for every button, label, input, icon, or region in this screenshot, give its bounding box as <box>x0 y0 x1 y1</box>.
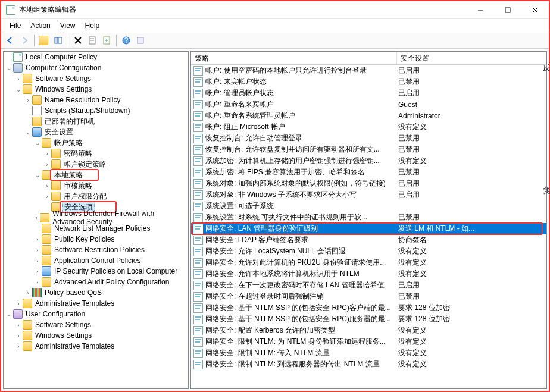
collapse-icon[interactable]: ⌄ <box>24 129 32 136</box>
tree-node[interactable]: ›Windows Settings <box>4 330 188 341</box>
tree-node[interactable]: ›Public Key Policies <box>4 234 188 244</box>
policy-row[interactable]: 网络安全: 允许本地系统将计算机标识用于 NTLM没有定义 <box>191 268 546 280</box>
expand-icon[interactable]: › <box>33 279 42 286</box>
tree-node[interactable]: ›IP Security Policies on Local Computer <box>4 266 188 277</box>
help-button[interactable]: ? <box>120 34 133 47</box>
policy-row[interactable]: 网络安全: LAN 管理器身份验证级别发送 LM 和 NTLM - 如... <box>191 223 546 234</box>
expand-icon[interactable]: › <box>14 343 23 350</box>
tree-node[interactable]: Scripts (Startup/Shutdown) <box>4 105 188 116</box>
tree-node[interactable]: ›审核策略 <box>4 180 188 191</box>
policy-row[interactable]: 系统加密: 为计算机上存储的用户密钥强制进行强密钥...没有定义 <box>191 155 546 167</box>
policy-row[interactable]: 帐户: 来宾帐户状态已禁用 <box>191 76 546 87</box>
expand-icon[interactable]: › <box>33 215 40 221</box>
minimize-button[interactable] <box>467 1 494 18</box>
tree-node[interactable]: ⌄Computer Configuration <box>4 62 188 73</box>
policy-row[interactable]: 帐户: 阻止 Microsoft 帐户没有定义 <box>191 121 546 133</box>
expand-icon[interactable]: › <box>33 236 42 243</box>
policy-row[interactable]: 恢复控制台: 允许自动管理登录已禁用 <box>191 133 546 144</box>
tree-node[interactable]: ⌄本地策略 <box>4 170 188 180</box>
tree-node[interactable]: ›Software Restriction Policies <box>4 244 188 255</box>
expand-icon[interactable]: › <box>14 322 23 328</box>
policy-row[interactable]: 网络安全: 限制 NTLM: 为 NTLM 身份验证添加远程服务...没有定义 <box>191 336 546 347</box>
policy-row[interactable]: 帐户: 管理员帐户状态已启用 <box>191 87 546 99</box>
expand-icon[interactable]: › <box>33 268 42 275</box>
expand-icon[interactable]: › <box>14 333 23 339</box>
delete-button[interactable] <box>71 34 85 47</box>
tree-node[interactable]: ›Windows Defender Firewall with Advanced… <box>4 212 188 223</box>
tree-node[interactable]: 已部署的打印机 <box>4 116 188 127</box>
policy-row[interactable]: 网络安全: 基于 NTLM SSP 的(包括安全 RPC)服务器的最...要求 … <box>191 313 546 325</box>
policy-row[interactable]: 系统对象: 加强内部系统对象的默认权限(例如，符号链接)已启用 <box>191 178 546 189</box>
expand-icon[interactable]: › <box>24 290 32 296</box>
close-button[interactable] <box>521 1 549 18</box>
tree-node[interactable]: ›Administrative Templates <box>4 341 188 352</box>
export-button[interactable] <box>100 34 113 47</box>
collapse-icon[interactable]: ⌄ <box>5 65 13 71</box>
policy-row[interactable]: 系统设置: 对系统 可执行文件中的证书规则用于软...已禁用 <box>191 212 546 223</box>
policy-icon <box>193 236 203 245</box>
policy-row[interactable]: 恢复控制台: 允许软盘复制并访问所有驱动器和所有文...已禁用 <box>191 144 546 155</box>
policy-row[interactable]: 帐户: 重命名来宾帐户Guest <box>191 99 546 110</box>
show-hide-tree-button[interactable] <box>52 34 65 47</box>
policy-row[interactable]: 网络安全: 限制 NTLM: 传入 NTLM 流量没有定义 <box>191 347 546 359</box>
column-policy[interactable]: 策略 <box>191 52 397 64</box>
expand-icon[interactable]: › <box>43 150 51 157</box>
column-setting[interactable]: 安全设置 <box>397 52 546 64</box>
tree-node[interactable]: ›Policy-based QoS <box>4 287 188 298</box>
tree-node[interactable]: ›Administrative Templates <box>4 298 188 309</box>
policy-row[interactable]: 系统加密: 将 FIPS 兼容算法用于加密、哈希和签名已禁用 <box>191 167 546 178</box>
policy-row[interactable]: 网络安全: LDAP 客户端签名要求协商签名 <box>191 234 546 246</box>
policy-setting: 没有定义 <box>397 348 546 358</box>
forward-button[interactable] <box>18 34 31 47</box>
expand-icon[interactable]: › <box>14 300 23 307</box>
policy-row[interactable]: 网络安全: 基于 NTLM SSP 的(包括安全 RPC)客户端的最...要求 … <box>191 302 546 313</box>
tree-node[interactable]: ›Software Settings <box>4 319 188 330</box>
expand-icon[interactable]: › <box>14 76 23 82</box>
tree-pane[interactable]: Local Computer Policy⌄Computer Configura… <box>3 51 189 389</box>
tree-node[interactable]: ›Advanced Audit Policy Configuration <box>4 277 188 287</box>
collapse-icon[interactable]: ⌄ <box>33 140 42 146</box>
menu-file[interactable]: File <box>6 20 24 31</box>
tree-node[interactable]: ›Software Settings <box>4 73 188 84</box>
policy-row[interactable]: 网络安全: 在超过登录时间后强制注销已禁用 <box>191 291 546 302</box>
up-button[interactable] <box>38 34 51 47</box>
tree-node[interactable]: ⌄Windows Settings <box>4 84 188 95</box>
tree-node[interactable]: ›Application Control Policies <box>4 255 188 266</box>
policy-row[interactable]: 网络安全: 在下一次更改密码时不存储 LAN 管理器哈希值已启用 <box>191 280 546 291</box>
tree-node[interactable]: ›密码策略 <box>4 148 188 159</box>
tree-node[interactable]: ›帐户锁定策略 <box>4 159 188 170</box>
policy-icon <box>193 100 203 109</box>
expand-icon[interactable]: › <box>43 183 51 189</box>
menu-help[interactable]: Help <box>82 20 104 31</box>
policy-list[interactable]: 帐户: 使用空密码的本地帐户只允许进行控制台登录已启用帐户: 来宾帐户状态已禁用… <box>191 65 546 388</box>
expand-icon[interactable]: › <box>33 258 42 264</box>
refresh-button[interactable] <box>134 34 147 47</box>
tree-node[interactable]: ›Name Resolution Policy <box>4 95 188 105</box>
expand-icon[interactable]: › <box>33 247 42 253</box>
policy-row[interactable]: 帐户: 使用空密码的本地帐户只允许进行控制台登录已启用 <box>191 65 546 76</box>
menu-action[interactable]: Action <box>27 20 54 31</box>
tree-node[interactable]: ⌄帐户策略 <box>4 137 188 148</box>
properties-button[interactable] <box>86 34 99 47</box>
policy-row[interactable]: 网络安全: 允许 LocalSystem NULL 会话回退没有定义 <box>191 246 546 257</box>
collapse-icon[interactable]: ⌄ <box>5 311 13 318</box>
tree-node[interactable]: ›用户权限分配 <box>4 191 188 202</box>
policy-row[interactable]: 帐户: 重命名系统管理员帐户Administrator <box>191 110 546 121</box>
expand-icon[interactable]: › <box>43 193 51 200</box>
policy-row[interactable]: 网络安全: 限制 NTLM: 到远程服务器的传出 NTLM 流量没有定义 <box>191 359 546 370</box>
expand-icon[interactable]: › <box>43 161 51 168</box>
expand-icon[interactable]: › <box>24 97 32 104</box>
collapse-icon[interactable]: ⌄ <box>14 86 23 93</box>
tree-node[interactable]: ⌄User Configuration <box>4 309 188 319</box>
back-button[interactable] <box>4 34 17 47</box>
tree-node[interactable]: Local Computer Policy <box>4 52 188 62</box>
policy-row[interactable]: 系统设置: 可选子系统 <box>191 200 546 212</box>
menu-view[interactable]: View <box>57 20 79 31</box>
tree-node[interactable]: Network List Manager Policies <box>4 223 188 234</box>
policy-row[interactable]: 网络安全: 允许对此计算机的 PKU2U 身份验证请求使用...没有定义 <box>191 257 546 268</box>
maximize-button[interactable] <box>494 1 521 18</box>
policy-row[interactable]: 网络安全: 配置 Kerberos 允许的加密类型没有定义 <box>191 325 546 336</box>
tree-node[interactable]: ⌄安全设置 <box>4 127 188 137</box>
policy-row[interactable]: 系统对象: 非 Windows 子系统不要求区分大小写已启用 <box>191 189 546 200</box>
collapse-icon[interactable]: ⌄ <box>33 172 42 178</box>
